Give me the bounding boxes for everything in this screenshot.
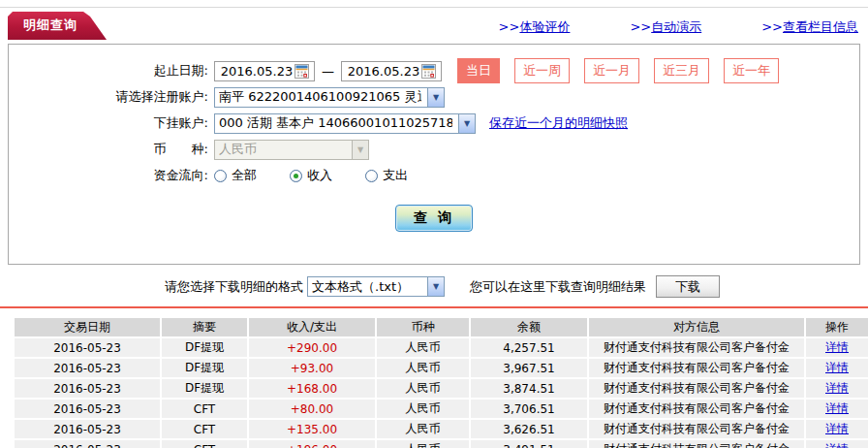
detail-link[interactable]: 详情: [825, 442, 849, 448]
register-account-select[interactable]: 南平 6222001406100921065 灵通卡 ▼: [214, 87, 445, 108]
date-range-label: 起止日期:: [9, 62, 214, 80]
chevron-down-icon[interactable]: ▼: [427, 277, 444, 296]
cell-balance: 3,491.51: [471, 440, 587, 448]
cell-date: 2016-05-23: [15, 359, 160, 377]
top-link[interactable]: >>自动演示: [630, 18, 701, 36]
sub-account-select[interactable]: 000 活期 基本户 1406600101102571848 ▼: [214, 113, 476, 134]
sub-account-row: 下挂账户: 000 活期 基本户 1406600101102571848 ▼ 保…: [9, 111, 859, 136]
table-row: 2016-05-23DF提现+93.00人民币3,967.51财付通支付科技有限…: [15, 359, 868, 377]
query-button[interactable]: 查 询: [395, 205, 473, 232]
currency-label: 币 种:: [9, 141, 214, 158]
column-header-balance: 余额: [471, 318, 587, 336]
detail-link[interactable]: 详情: [825, 422, 849, 435]
cell-currency: 人民币: [377, 440, 469, 448]
detail-link[interactable]: 详情: [825, 401, 849, 415]
date-range-separator: —: [322, 64, 334, 79]
quick-range-buttons: 当日 近一周 近一月 近三月 近一年: [457, 58, 779, 83]
cell-action: 详情: [806, 379, 868, 398]
detail-link[interactable]: 详情: [825, 361, 849, 374]
flow-direction-label: 资金流向:: [9, 167, 214, 184]
cell-date: 2016-05-23: [15, 379, 160, 398]
top-divider: [0, 7, 868, 8]
radio-label: 收入: [307, 167, 332, 184]
cell-currency: 人民币: [377, 379, 469, 398]
flow-direction-row: 资金流向: 全部 收入 支出: [9, 163, 859, 188]
cell-amount: +196.00: [249, 440, 375, 448]
cell-date: 2016-05-23: [15, 400, 160, 418]
cell-amount: +135.00: [249, 420, 375, 438]
quick-range-button[interactable]: 近一周: [514, 58, 570, 83]
cell-currency: 人民币: [377, 420, 469, 438]
quick-range-button[interactable]: 近一年: [724, 58, 779, 83]
column-header-currency: 币种: [377, 318, 469, 336]
link-label: 自动演示: [651, 19, 701, 34]
date-to-field[interactable]: [341, 61, 442, 81]
download-row: 请您选择下载明细的格式 文本格式（.txt） ▼ 您可以在这里下载查询明细结果 …: [165, 275, 868, 298]
radio-icon[interactable]: [290, 170, 302, 182]
register-account-label: 请选择注册账户:: [9, 88, 214, 106]
cell-amount: +93.00: [249, 359, 375, 377]
radio-icon[interactable]: [365, 170, 378, 182]
download-format-value: 文本格式（.txt）: [312, 278, 421, 296]
table-row: 2016-05-23CFT+80.00人民币3,706.51财付通支付科技有限公…: [15, 400, 868, 418]
cell-balance: 3,967.51: [471, 359, 587, 377]
query-button-row: 查 询: [9, 205, 859, 232]
calendar-icon[interactable]: [421, 64, 436, 79]
quick-range-button[interactable]: 近三月: [654, 58, 709, 83]
cell-summary: DF提现: [162, 379, 247, 398]
cell-counterparty: 财付通支付科技有限公司客户备付金: [589, 359, 804, 377]
calendar-icon[interactable]: [294, 64, 309, 79]
column-header-amount: 收入/支出: [249, 318, 375, 336]
date-range-row: 起止日期: —: [9, 58, 859, 83]
cell-action: 详情: [806, 400, 868, 418]
date-from-field[interactable]: [214, 61, 315, 81]
cell-action: 详情: [806, 338, 868, 357]
table-header-row: 交易日期摘要收入/支出币种余额对方信息操作: [15, 318, 868, 336]
download-button[interactable]: 下载: [656, 275, 720, 298]
cell-amount: +168.00: [249, 379, 375, 398]
download-format-select[interactable]: 文本格式（.txt） ▼: [307, 276, 445, 297]
save-snapshot-link[interactable]: 保存近一个月的明细快照: [489, 114, 628, 132]
cell-amount: +290.00: [249, 338, 375, 357]
cell-date: 2016-05-23: [15, 338, 160, 357]
cell-action: 详情: [806, 440, 868, 448]
cell-counterparty: 财付通支付科技有限公司客户备付金: [589, 338, 804, 357]
page: 明细查询 >>体验评价 >>自动演示 >>查看栏目信息 起止日期:: [0, 0, 868, 448]
radio-icon[interactable]: [214, 170, 227, 182]
sub-account-value: 000 活期 基本户 1406600101102571848: [219, 114, 452, 132]
date-to-input[interactable]: [346, 64, 421, 79]
cell-currency: 人民币: [377, 338, 469, 357]
tab-detail-query[interactable]: 明细查询: [8, 12, 107, 40]
cell-currency: 人民币: [377, 359, 469, 377]
register-account-row: 请选择注册账户: 南平 6222001406100921065 灵通卡 ▼: [9, 84, 859, 110]
chevron-down-icon[interactable]: ▼: [458, 114, 475, 133]
table-row: 2016-05-23CFT+196.00人民币3,491.51财付通支付科技有限…: [15, 440, 868, 448]
flow-radio-option[interactable]: 收入: [290, 167, 332, 184]
cell-counterparty: 财付通支付科技有限公司客户备付金: [589, 400, 804, 418]
flow-radio-option[interactable]: 支出: [365, 167, 408, 184]
detail-link[interactable]: 详情: [825, 340, 849, 354]
quick-range-button[interactable]: 近一月: [584, 58, 639, 83]
cell-amount: +80.00: [249, 400, 375, 418]
cell-summary: DF提现: [162, 359, 247, 377]
flow-radio-option[interactable]: 全部: [214, 167, 257, 184]
top-link[interactable]: >>体验评价: [499, 18, 571, 36]
cell-date: 2016-05-23: [15, 440, 160, 448]
link-label: 体验评价: [519, 19, 570, 34]
column-header-counterparty: 对方信息: [589, 318, 804, 336]
sub-account-label: 下挂账户:: [9, 114, 214, 132]
detail-link[interactable]: 详情: [825, 381, 849, 395]
link-prefix: >>: [499, 19, 520, 34]
top-link[interactable]: >>查看栏目信息: [761, 18, 858, 36]
cell-summary: CFT: [162, 420, 247, 438]
cell-balance: 3,874.51: [471, 379, 587, 398]
quick-range-button[interactable]: 当日: [457, 58, 500, 83]
cell-summary: DF提现: [162, 338, 247, 357]
chevron-down-icon[interactable]: ▼: [427, 88, 444, 107]
cell-action: 详情: [806, 359, 868, 377]
table-row: 2016-05-23DF提现+168.00人民币3,874.51财付通支付科技有…: [15, 379, 868, 398]
date-from-input[interactable]: [219, 64, 294, 79]
download-format-label: 请您选择下载明细的格式: [165, 278, 303, 296]
currency-select: 人民币 ▼: [214, 140, 369, 160]
table-row: 2016-05-23CFT+135.00人民币3,626.51财付通支付科技有限…: [15, 420, 868, 438]
